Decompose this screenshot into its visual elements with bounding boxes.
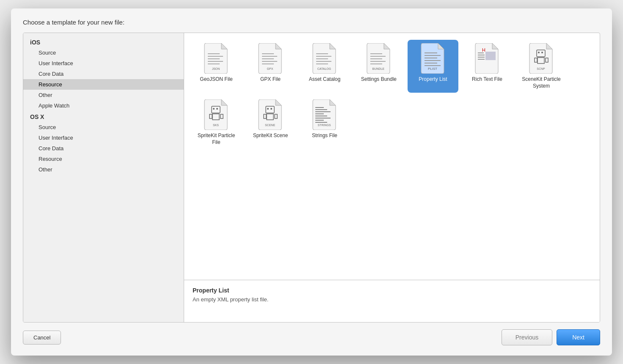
file-label-scenekit: SceneKit Particle System xyxy=(519,76,563,89)
svg-rect-13 xyxy=(316,56,331,57)
file-label-gpx: GPX File xyxy=(260,76,281,83)
content-area: JSONGeoJSON FileGPXGPX FileCATALOGAsset … xyxy=(184,33,600,322)
file-item-strings[interactable]: STRINGSStrings File xyxy=(299,96,350,149)
sidebar: iOSSourceUser InterfaceCore DataResource… xyxy=(23,33,184,322)
file-item-scenekit[interactable]: SCNPSceneKit Particle System xyxy=(516,40,567,93)
file-label-spritekit-particle: SpriteKit Particle File xyxy=(194,132,238,146)
file-item-settings-bundle[interactable]: BUNDLESettings Bundle xyxy=(353,40,404,93)
svg-rect-2 xyxy=(208,58,220,59)
svg-text:PLIST: PLIST xyxy=(428,67,437,71)
svg-rect-15 xyxy=(316,61,331,62)
svg-rect-27 xyxy=(425,60,441,61)
file-item-geojson[interactable]: JSONGeoJSON File xyxy=(191,40,242,93)
sidebar-item-ios-apple-watch[interactable]: Apple Watch xyxy=(23,100,184,111)
sidebar-item-ios-user-interface[interactable]: User Interface xyxy=(23,58,184,69)
svg-rect-31 xyxy=(485,52,496,60)
svg-rect-32 xyxy=(478,52,484,53)
svg-text:GPX: GPX xyxy=(267,67,273,70)
svg-text:SCENE: SCENE xyxy=(265,124,275,127)
file-icon-spritekit-scene: SCENE xyxy=(255,99,286,130)
file-grid: JSONGeoJSON FileGPXGPX FileCATALOGAsset … xyxy=(184,33,600,280)
svg-rect-24 xyxy=(425,52,437,53)
sidebar-section-osx: OS X xyxy=(23,111,184,122)
dialog-title: Choose a template for your new file: xyxy=(23,19,600,26)
file-icon-property-list: PLIST xyxy=(418,43,448,74)
sidebar-item-ios-other[interactable]: Other xyxy=(23,90,184,100)
svg-rect-4 xyxy=(208,63,220,64)
svg-rect-21 xyxy=(370,61,386,62)
svg-point-45 xyxy=(213,108,215,110)
file-icon-settings-bundle: BUNDLE xyxy=(364,43,394,74)
file-item-rich-text[interactable]: HRich Text File xyxy=(462,40,513,93)
svg-rect-35 xyxy=(478,59,485,60)
svg-point-46 xyxy=(216,108,218,110)
svg-text:H: H xyxy=(482,47,485,52)
svg-point-52 xyxy=(267,108,269,110)
previous-button[interactable]: Previous xyxy=(502,329,552,345)
svg-rect-8 xyxy=(262,58,274,59)
svg-rect-14 xyxy=(316,58,328,59)
svg-rect-18 xyxy=(370,53,382,54)
svg-rect-20 xyxy=(370,58,382,59)
next-button[interactable]: Next xyxy=(557,329,600,345)
svg-rect-58 xyxy=(315,107,324,108)
svg-text:BUNDLE: BUNDLE xyxy=(372,67,385,70)
svg-rect-62 xyxy=(315,116,327,116)
svg-rect-19 xyxy=(370,56,386,57)
file-label-settings-bundle: Settings Bundle xyxy=(361,76,397,83)
svg-rect-61 xyxy=(315,113,324,114)
svg-rect-10 xyxy=(262,63,274,64)
sidebar-section-ios: iOS xyxy=(23,36,184,47)
dialog: Choose a template for your new file: iOS… xyxy=(11,8,612,356)
sidebar-item-ios-core-data[interactable]: Core Data xyxy=(23,69,184,79)
file-label-strings: Strings File xyxy=(312,132,337,139)
svg-rect-12 xyxy=(316,53,328,54)
svg-text:STRINGS: STRINGS xyxy=(317,124,331,127)
file-icon-scenekit: SCNP xyxy=(526,43,557,74)
cancel-button[interactable]: Cancel xyxy=(23,331,61,345)
file-item-spritekit-particle[interactable]: SKSSpriteKit Particle File xyxy=(191,96,242,149)
description-text: An empty XML property list file. xyxy=(193,296,591,303)
svg-rect-3 xyxy=(208,61,223,62)
svg-rect-65 xyxy=(315,122,327,123)
svg-rect-22 xyxy=(370,63,382,64)
svg-point-38 xyxy=(538,52,540,53)
file-label-geojson: GeoJSON File xyxy=(200,76,232,83)
svg-rect-16 xyxy=(316,63,328,64)
svg-rect-1 xyxy=(208,56,223,57)
file-icon-strings: STRINGS xyxy=(309,99,340,130)
svg-rect-26 xyxy=(425,58,437,58)
file-label-property-list: Property List xyxy=(419,76,447,83)
sidebar-item-osx-source[interactable]: Source xyxy=(23,122,184,132)
file-icon-spritekit-particle: SKS xyxy=(201,99,232,130)
file-label-spritekit-scene: SpriteKit Scene xyxy=(253,132,288,139)
svg-rect-29 xyxy=(425,65,441,66)
svg-text:SCNP: SCNP xyxy=(537,67,545,70)
description-title: Property List xyxy=(193,287,591,294)
svg-rect-60 xyxy=(315,111,331,112)
svg-text:CATALOG: CATALOG xyxy=(317,67,331,70)
footer-right: Previous Next xyxy=(502,329,600,345)
svg-rect-28 xyxy=(425,63,437,63)
sidebar-item-ios-resource[interactable]: Resource xyxy=(23,79,184,90)
sidebar-item-osx-core-data[interactable]: Core Data xyxy=(23,143,184,154)
sidebar-item-osx-user-interface[interactable]: User Interface xyxy=(23,132,184,143)
file-item-gpx[interactable]: GPXGPX File xyxy=(245,40,296,93)
file-icon-gpx: GPX xyxy=(255,43,286,74)
file-icon-rich-text: H xyxy=(472,43,502,74)
file-item-asset-catalog[interactable]: CATALOGAsset Catalog xyxy=(299,40,350,93)
svg-rect-64 xyxy=(315,120,324,121)
svg-rect-9 xyxy=(262,61,277,62)
svg-rect-7 xyxy=(262,56,277,57)
svg-rect-6 xyxy=(262,53,274,54)
svg-rect-25 xyxy=(425,55,441,56)
file-item-spritekit-scene[interactable]: SCENESpriteKit Scene xyxy=(245,96,296,149)
file-icon-geojson: JSON xyxy=(201,43,232,74)
sidebar-item-ios-source[interactable]: Source xyxy=(23,47,184,58)
sidebar-item-osx-resource[interactable]: Resource xyxy=(23,154,184,164)
file-item-property-list[interactable]: PLISTProperty List xyxy=(408,40,458,93)
sidebar-item-osx-other[interactable]: Other xyxy=(23,164,184,175)
file-label-rich-text: Rich Text File xyxy=(472,76,502,83)
svg-text:SKS: SKS xyxy=(213,124,219,127)
svg-rect-59 xyxy=(315,109,327,110)
